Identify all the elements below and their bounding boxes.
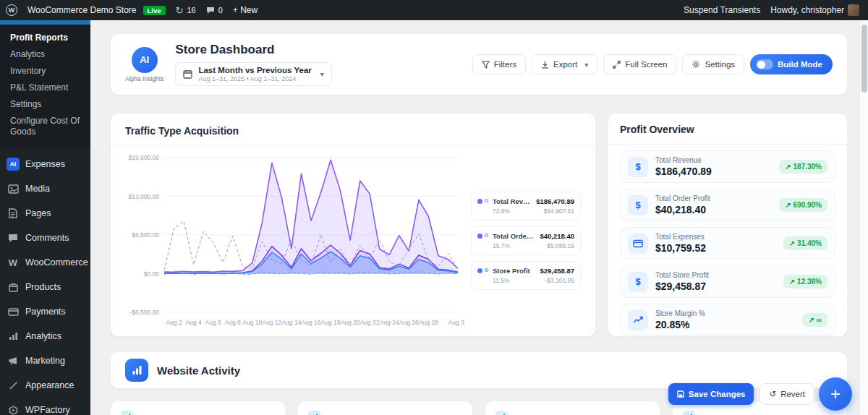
sidebar-item-media[interactable]: Media [0,176,90,201]
scrollbar-thumb[interactable] [861,25,867,93]
woocommerce-icon: W [7,256,20,269]
account-menu[interactable]: Howdy, christopher [770,4,859,16]
series-dots-icon [477,197,488,204]
main-content: AI Alpha Insights Store Dashboard Last M… [90,20,859,415]
legend-item-total-revenue[interactable]: Total Revenue 72.8% $186,470.89 $64,907.… [471,192,581,221]
status-badge: ↗ 187.30% [779,160,827,174]
stat-icon [121,411,133,415]
profit-row-total-revenue[interactable]: $ Total Revenue $186,470.89 ↗ 187.30% [620,150,835,183]
full-screen-button[interactable]: Full Screen [603,54,676,74]
website-activity-title: Website Activity [157,364,240,377]
sidebar-item-woocommerce[interactable]: W WooCommerce [0,250,90,275]
page: W WooCommerce Demo Store Live ↻ 16 0 + N… [0,0,868,415]
media-icon [7,182,20,195]
status-badge: ↗ 690.90% [779,198,827,212]
sidebar-item-comments[interactable]: Comments [0,226,90,250]
series-dots-icon [477,267,488,273]
new-content-button[interactable]: + New [233,5,258,15]
status-badge: ↗ ∞ [802,313,827,327]
sidebar-item-analytics[interactable]: Analytics [0,324,90,348]
chevron-down-icon: ▾ [584,61,588,69]
traffic-card-title: Traffic Type Acquisition [125,125,581,145]
export-button[interactable]: Export ▾ [532,54,597,74]
profit-row-total-store-profit[interactable]: $ Total Store Profit $29,458.87 ↗ 12.36% [620,265,835,298]
profit-row-total-order-profit[interactable]: $ Total Order Profit $40,218.40 ↗ 690.90… [620,189,835,221]
comments-indicator[interactable]: 0 [206,6,223,14]
legend-item-total-order-profit[interactable]: Total Order Pro... 15.7% $40,218.40 $5,0… [471,226,581,255]
chevron-down-icon: ▾ [320,70,324,78]
trend-up-icon: ↗ [789,239,795,247]
svg-text:$0.00: $0.00 [144,270,160,278]
stat-card[interactable] [297,401,473,415]
brand-name: Alpha Insights [125,75,163,82]
live-badge: Live [143,6,166,15]
profit-row-total-expenses[interactable]: Total Expenses $10,759.52 ↗ 31.40% [620,227,835,260]
calendar-icon [183,69,192,79]
stat-card[interactable] [110,401,286,415]
svg-text:Aug 31: Aug 31 [448,319,465,326]
appearance-icon [7,379,20,392]
profit-card-title: Profit Overview [620,124,835,144]
sidebar-item-pages[interactable]: Pages [0,201,90,226]
dollar-icon: $ [628,157,648,177]
updates-indicator[interactable]: ↻ 16 [176,6,196,15]
sidebar-item-settings[interactable]: Settings [0,96,90,113]
wp-admin-sidebar: Profit Reports Analytics Inventory P&L S… [0,20,90,415]
expense-card-icon [628,234,648,254]
settings-button[interactable]: Settings [682,54,744,74]
stat-icon [308,411,320,415]
marketing-icon [7,354,20,367]
add-widget-fab[interactable]: + [819,377,852,411]
plus-icon: + [830,384,841,404]
traffic-acquisition-card: Traffic Type Acquisition $19,500.00$13,0… [110,113,596,337]
trend-up-icon: ↗ [789,278,795,286]
filters-button[interactable]: Filters [472,54,526,74]
sidebar-item-configure-cogs[interactable]: Configure Cost Of Goods [0,113,90,140]
sidebar-item-products[interactable]: Products [0,275,90,299]
series-dots-icon [477,232,488,239]
dashboard-header-card: AI Alpha Insights Store Dashboard Last M… [110,33,848,95]
dollar-icon: $ [628,272,648,292]
revert-button[interactable]: ↺ Revert [760,383,814,405]
page-scrollbar[interactable] [859,20,868,415]
trend-up-icon: ↗ [785,163,791,171]
date-range-label: Last Month vs Previous Year [198,66,311,74]
build-mode-toggle[interactable]: Build Mode [750,54,833,74]
legend-item-store-profit[interactable]: Store Profit 11.5% $29,458.87 -$3,101.95 [471,261,581,290]
products-icon [7,281,20,294]
stat-card[interactable] [485,401,660,415]
bar-chart-icon [125,359,148,382]
update-icon: ↻ [176,6,184,15]
divider [111,145,595,146]
sidebar-item-expenses[interactable]: AI Expenses [0,152,90,176]
svg-text:Aug 6: Aug 6 [205,319,221,326]
wpfactory-icon [7,403,20,415]
sidebar-item-appearance[interactable]: Appearance [0,373,90,398]
sidebar-item-analytics-sub[interactable]: Analytics [0,46,90,63]
sidebar-item-pl-statement[interactable]: P&L Statement [0,80,90,96]
wordpress-logo-icon[interactable]: W [6,4,17,16]
sidebar-item-inventory[interactable]: Inventory [0,63,90,80]
gear-icon [692,60,700,69]
suspend-transients-button[interactable]: Suspend Transients [684,5,760,15]
traffic-line-chart[interactable]: $19,500.00$13,000.00$6,500.00$0.00-$6,50… [125,150,465,331]
toggle-switch-icon [756,59,773,69]
svg-text:Aug 12: Aug 12 [262,319,281,326]
page-title: Store Dashboard [175,43,331,57]
sidebar-item-wpfactory[interactable]: WPFactory [0,398,90,415]
stat-icon [683,411,695,415]
date-range-selector[interactable]: Last Month vs Previous Year Aug 1–31, 20… [175,62,331,86]
plugin-submenu: Profit Reports Analytics Inventory P&L S… [0,25,90,147]
sidebar-item-profit-reports[interactable]: Profit Reports [0,30,90,46]
svg-text:Aug 4: Aug 4 [185,319,201,326]
sidebar-item-payments[interactable]: Payments [0,299,90,324]
expand-icon [613,61,621,69]
comment-bubble-icon [206,7,215,14]
save-changes-button[interactable]: Save Changes [668,383,754,405]
plugin-brand: AI Alpha Insights [125,47,163,82]
sidebar-item-marketing[interactable]: Marketing [0,348,90,373]
svg-text:$6,500.00: $6,500.00 [132,231,159,239]
svg-text:Aug 10: Aug 10 [242,319,262,326]
site-name[interactable]: WooCommerce Demo Store Live [27,5,166,15]
profit-row-store-margin[interactable]: Store Margin % 20.85% ↗ ∞ [620,304,835,336]
